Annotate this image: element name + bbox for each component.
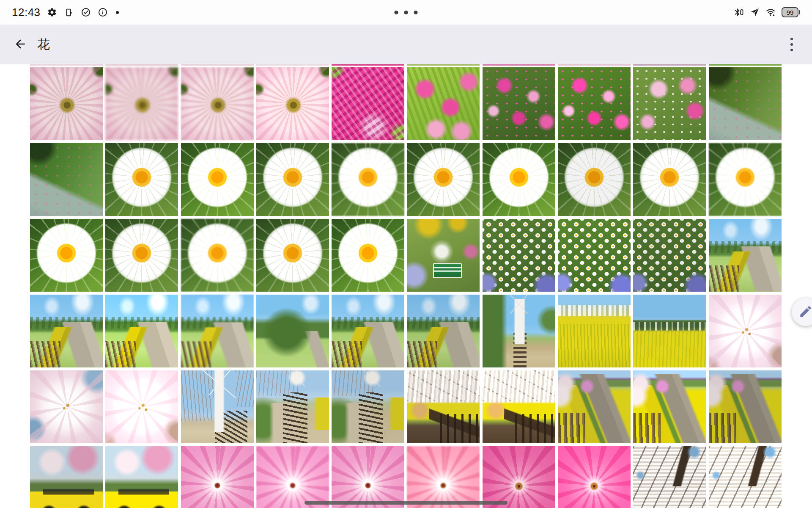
- photo-sliver: [181, 64, 254, 66]
- photo-thumbnail[interactable]: [332, 370, 404, 443]
- photo-thumbnail[interactable]: [709, 370, 782, 443]
- photo-thumbnail[interactable]: [407, 219, 480, 292]
- photo-thumbnail[interactable]: [181, 67, 254, 140]
- photo-thumbnail[interactable]: [256, 446, 329, 508]
- photo-thumbnail[interactable]: [105, 143, 178, 216]
- photo-thumbnail[interactable]: [709, 219, 782, 292]
- location-icon: [749, 7, 760, 18]
- clock: 12:43: [12, 6, 41, 19]
- photo-grid[interactable]: [30, 67, 782, 508]
- photo-thumbnail[interactable]: [407, 295, 480, 367]
- photo-thumbnail[interactable]: [332, 446, 404, 508]
- app-bar: 花: [0, 25, 812, 64]
- photo-thumbnail[interactable]: [558, 219, 631, 292]
- check-circle-icon: [80, 7, 91, 18]
- photo-sliver: [105, 64, 178, 66]
- photo-thumbnail[interactable]: [105, 446, 178, 508]
- settings-icon: [47, 7, 58, 18]
- photo-thumbnail[interactable]: [256, 370, 329, 443]
- pencil-icon: [798, 304, 812, 320]
- photo-thumbnail[interactable]: [558, 295, 631, 367]
- photo-thumbnail[interactable]: [633, 446, 706, 508]
- photo-thumbnail[interactable]: [256, 67, 329, 140]
- photo-thumbnail[interactable]: [483, 446, 555, 508]
- more-vert-icon: [790, 38, 793, 40]
- photo-thumbnail[interactable]: [105, 67, 178, 140]
- photo-thumbnail[interactable]: [407, 370, 480, 443]
- photo-thumbnail[interactable]: [633, 219, 706, 292]
- photo-thumbnail[interactable]: [633, 67, 706, 140]
- photo-thumbnail[interactable]: [30, 370, 103, 443]
- photo-thumbnail[interactable]: [30, 67, 103, 140]
- screen: 12:43: [0, 0, 812, 508]
- photo-thumbnail[interactable]: [181, 295, 254, 367]
- photo-thumbnail[interactable]: [483, 67, 555, 140]
- info-circle-icon: [97, 7, 108, 18]
- photo-thumbnail[interactable]: [558, 370, 631, 443]
- photo-sliver: [332, 64, 404, 66]
- photo-thumbnail[interactable]: [633, 370, 706, 443]
- photo-thumbnail[interactable]: [709, 143, 782, 216]
- status-bar: 12:43: [0, 0, 812, 25]
- photo-thumbnail[interactable]: [558, 446, 631, 508]
- photo-thumbnail[interactable]: [558, 67, 631, 140]
- photo-thumbnail[interactable]: [181, 143, 254, 216]
- gesture-nav-handle[interactable]: [304, 501, 508, 505]
- photo-thumbnail[interactable]: [407, 446, 480, 508]
- photo-thumbnail[interactable]: [633, 295, 706, 367]
- photo-sliver: [558, 64, 631, 66]
- edit-fab[interactable]: [792, 298, 812, 326]
- photo-thumbnail[interactable]: [256, 219, 329, 292]
- photo-thumbnail[interactable]: [256, 295, 329, 367]
- page-title: 花: [37, 36, 50, 53]
- overflow-menu-button[interactable]: [782, 34, 802, 55]
- photo-thumbnail[interactable]: [181, 219, 254, 292]
- back-arrow-icon: [14, 37, 27, 52]
- battery-level: 99: [782, 7, 798, 17]
- photo-thumbnail[interactable]: [483, 370, 555, 443]
- photo-thumbnail[interactable]: [105, 219, 178, 292]
- photo-thumbnail[interactable]: [30, 295, 103, 367]
- photo-thumbnail[interactable]: [332, 295, 404, 367]
- bluetooth-connected-icon: [733, 7, 744, 18]
- wifi-icon: [765, 7, 776, 18]
- photo-thumbnail[interactable]: [30, 446, 103, 508]
- photo-sliver: [256, 64, 329, 66]
- photo-thumbnail[interactable]: [256, 143, 329, 216]
- photo-sliver: [633, 64, 706, 66]
- photo-thumbnail[interactable]: [332, 143, 404, 216]
- photo-thumbnail[interactable]: [181, 446, 254, 508]
- photo-thumbnail[interactable]: [483, 295, 555, 367]
- back-button[interactable]: [10, 34, 30, 55]
- charging-device-icon: [63, 7, 74, 18]
- photo-sliver: [407, 64, 480, 66]
- photo-thumbnail[interactable]: [105, 370, 178, 443]
- photo-sliver: [30, 64, 103, 66]
- photo-sliver: [709, 64, 782, 66]
- photo-thumbnail[interactable]: [332, 219, 404, 292]
- photo-thumbnail[interactable]: [181, 370, 254, 443]
- battery-indicator: 99: [782, 7, 800, 17]
- photo-thumbnail[interactable]: [332, 67, 404, 140]
- previous-row-sliver: [30, 64, 782, 66]
- photo-thumbnail[interactable]: [709, 446, 782, 508]
- photo-thumbnail[interactable]: [483, 219, 555, 292]
- battery-nub: [799, 10, 800, 14]
- photo-thumbnail[interactable]: [633, 143, 706, 216]
- photo-thumbnail[interactable]: [558, 143, 631, 216]
- photo-thumbnail[interactable]: [483, 143, 555, 216]
- photo-thumbnail[interactable]: [709, 295, 782, 367]
- photo-thumbnail[interactable]: [407, 143, 480, 216]
- notification-dot: [116, 11, 119, 14]
- photo-thumbnail[interactable]: [30, 219, 103, 292]
- photo-thumbnail[interactable]: [30, 143, 103, 216]
- photo-thumbnail[interactable]: [105, 295, 178, 367]
- status-center-dots: [395, 0, 418, 25]
- photo-thumbnail[interactable]: [709, 67, 782, 140]
- photo-sliver: [483, 64, 555, 66]
- photo-thumbnail[interactable]: [407, 67, 480, 140]
